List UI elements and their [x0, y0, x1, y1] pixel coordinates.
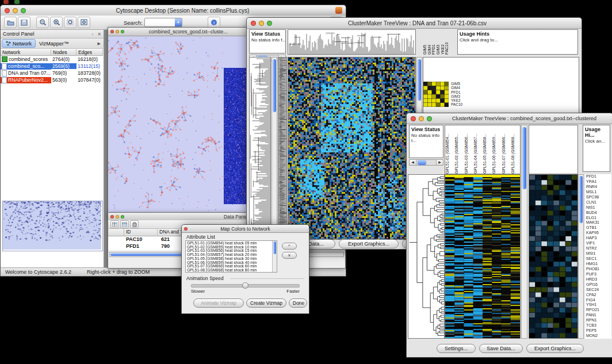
- search-input[interactable]: ▾: [144, 18, 182, 27]
- gene-label[interactable]: KAP95: [585, 231, 611, 236]
- tab-overflow-icon[interactable]: ▶: [98, 41, 102, 46]
- desktop-icon[interactable]: [3, 0, 9, 4]
- gene-label[interactable]: SEC24: [585, 288, 611, 293]
- attribute-delete-icon[interactable]: [130, 220, 139, 228]
- gene-label[interactable]: GTB1: [585, 225, 611, 231]
- scroll-right-icon[interactable]: ▶: [436, 160, 443, 165]
- speed-slider[interactable]: [191, 284, 300, 288]
- combo-arrow-icon[interactable]: ▾: [175, 18, 182, 26]
- close-button[interactable]: [110, 30, 114, 33]
- row-dendrogram[interactable]: [250, 58, 270, 239]
- zoom-in-icon[interactable]: [50, 17, 63, 28]
- scrollbar-thumb[interactable]: [579, 176, 583, 223]
- minimize-button[interactable]: [116, 215, 119, 219]
- export-graphics-button[interactable]: Export Graphics...: [526, 344, 584, 353]
- gene-label[interactable]: HAP3: [585, 236, 611, 241]
- close-button[interactable]: [184, 227, 188, 231]
- network-row-alert[interactable]: RNAPuberNov2... 563(0) 107847(0): [1, 76, 104, 83]
- network-row[interactable]: DNA and Tran 07... 769(0) 183728(0): [1, 70, 104, 76]
- gene-label[interactable]: SEC1: [585, 256, 611, 262]
- create-vizmap-button[interactable]: Create Vizmap: [246, 298, 286, 308]
- zoom-button[interactable]: [21, 8, 26, 13]
- settings-button[interactable]: Settings...: [437, 344, 476, 353]
- gene-label[interactable]: PFD1: [585, 174, 611, 179]
- treeview-combined-titlebar[interactable]: ClusterMaker TreeView : combined_scores_…: [407, 113, 612, 124]
- scrollbar-thumb[interactable]: [418, 59, 421, 101]
- save-data-button[interactable]: Save Data...: [479, 344, 523, 353]
- dendrogram-vscrollbar[interactable]: [271, 57, 277, 240]
- zoom-vscrollbar[interactable]: [578, 174, 584, 339]
- gene-label[interactable]: YSH1: [585, 302, 611, 308]
- main-vscrollbar[interactable]: [521, 125, 527, 339]
- move-down-button[interactable]: v: [282, 252, 297, 259]
- gene-label[interactable]: RNR4: [585, 185, 611, 190]
- gene-label[interactable]: VIP1: [585, 241, 611, 246]
- save-icon[interactable]: [18, 17, 30, 28]
- minimize-button[interactable]: [13, 8, 18, 13]
- overview-thumbnail[interactable]: [3, 201, 101, 250]
- gene-label[interactable]: RPN1: [585, 318, 611, 323]
- gene-label[interactable]: MSL1: [585, 190, 611, 195]
- gene-label[interactable]: MAK31: [585, 220, 611, 225]
- attribute-create-icon[interactable]: [120, 220, 129, 228]
- attribute-select-icon[interactable]: [110, 220, 119, 228]
- gene-label[interactable]: MSI1: [585, 251, 611, 256]
- tab-vizmapper[interactable]: VizMapper™: [36, 40, 72, 47]
- network-overview[interactable]: [2, 201, 103, 251]
- gene-label[interactable]: HMG1: [585, 262, 611, 267]
- move-up-button[interactable]: ^: [282, 243, 297, 250]
- zoom-selected-icon[interactable]: [64, 17, 76, 28]
- desktop-icon[interactable]: [14, 0, 20, 4]
- gene-label[interactable]: HRD3: [585, 277, 611, 282]
- gene-label[interactable]: NTR2: [585, 246, 611, 251]
- row-dendrogram[interactable]: [408, 175, 444, 338]
- gene-label[interactable]: YRA1: [585, 179, 611, 185]
- gene-label[interactable]: PHO81: [585, 267, 611, 272]
- network-row[interactable]: combined_scores 2764(0) 16218(0): [1, 56, 104, 63]
- minimize-button[interactable]: [419, 116, 424, 121]
- scrollbar-thumb[interactable]: [418, 160, 426, 165]
- column-header[interactable]: ID: [124, 229, 158, 236]
- zoom-button[interactable]: [121, 30, 124, 33]
- network-view-titlebar[interactable]: combined_scores_good.txt--cluste...: [108, 28, 250, 36]
- treeview-dna-titlebar[interactable]: ClusterMaker TreeView : DNA and Tran 07-…: [247, 18, 582, 29]
- gene-label[interactable]: CPA2: [585, 293, 611, 298]
- close-panel-icon[interactable]: ✕: [95, 32, 104, 37]
- annotation-icon[interactable]: i: [208, 17, 220, 28]
- slider-thumb[interactable]: [242, 282, 248, 289]
- minimize-button[interactable]: [259, 21, 264, 26]
- cytoscape-titlebar[interactable]: Cytoscape Desktop (Session Name: collins…: [1, 5, 346, 16]
- heatmap-canvas[interactable]: [288, 58, 415, 239]
- gene-label[interactable]: ELG1: [585, 216, 611, 221]
- gene-label[interactable]: TCB3: [585, 323, 611, 328]
- gene-label[interactable]: PUF3: [585, 272, 611, 277]
- zoom-button[interactable]: [427, 116, 432, 121]
- scrollbar-thumb[interactable]: [273, 242, 276, 254]
- open-folder-icon[interactable]: [4, 17, 17, 28]
- zoom-out-icon[interactable]: [36, 17, 49, 28]
- network-canvas[interactable]: [108, 36, 248, 217]
- gene-label[interactable]: SPC98: [585, 195, 611, 200]
- gene-label[interactable]: BUD4: [585, 210, 611, 216]
- attribute-list[interactable]: GPL51-01 (GSM854) heat shock 05 minGPL51…: [185, 240, 277, 273]
- gene-label[interactable]: MON2: [585, 334, 611, 339]
- zoom-fit-icon[interactable]: [78, 17, 90, 28]
- correlation-matrix[interactable]: [423, 82, 449, 107]
- list-vscrollbar[interactable]: [272, 241, 277, 272]
- gene-label[interactable]: PAN1: [585, 313, 611, 318]
- zoom-hscrollbar[interactable]: ◀ ▶: [409, 159, 443, 166]
- zoom-button[interactable]: [267, 21, 272, 26]
- gene-label[interactable]: RPO21: [585, 308, 611, 313]
- attribute-item[interactable]: GPL51-08 (GSM868) heat shock 80 min: [186, 269, 272, 273]
- gene-label[interactable]: CLN1: [585, 200, 611, 205]
- tab-network[interactable]: Network: [2, 39, 36, 48]
- close-button[interactable]: [5, 8, 10, 13]
- gene-label[interactable]: GPI16: [585, 282, 611, 288]
- zoom-button[interactable]: [121, 215, 124, 219]
- zoom-heatmap[interactable]: [529, 175, 577, 338]
- close-button[interactable]: [251, 21, 256, 26]
- done-button[interactable]: Done: [289, 298, 307, 308]
- scroll-left-icon[interactable]: ◀: [410, 160, 416, 165]
- global-heatmap[interactable]: [445, 175, 520, 338]
- export-graphics-button[interactable]: Export Graphics...: [339, 239, 399, 248]
